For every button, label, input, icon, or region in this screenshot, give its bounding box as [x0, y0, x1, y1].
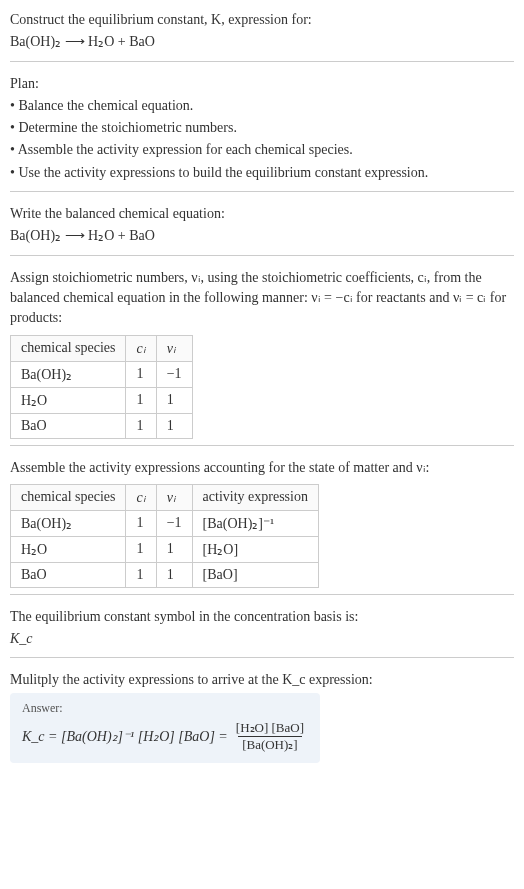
kc-symbol: K_c — [10, 629, 514, 649]
col-ci: cᵢ — [126, 484, 156, 510]
cell-species: H₂O — [11, 536, 126, 562]
cell-activity: [H₂O] — [192, 536, 318, 562]
cell-ci: 1 — [126, 387, 156, 413]
cell-activity: [BaO] — [192, 562, 318, 587]
table-row: Ba(OH)₂ 1 −1 [Ba(OH)₂]⁻¹ — [11, 510, 319, 536]
cell-vi: 1 — [156, 562, 192, 587]
table-row: BaO 1 1 [BaO] — [11, 562, 319, 587]
fraction-numerator: [H₂O] [BaO] — [232, 720, 308, 736]
stoich-table: chemical species cᵢ νᵢ Ba(OH)₂ 1 −1 H₂O … — [10, 335, 193, 439]
plan-bullet-1: • Balance the chemical equation. — [10, 96, 514, 116]
col-vi: νᵢ — [156, 484, 192, 510]
table-row: Ba(OH)₂ 1 −1 — [11, 361, 193, 387]
multiply-section: Mulitply the activity expressions to arr… — [10, 657, 514, 768]
cell-species: Ba(OH)₂ — [11, 510, 126, 536]
plan-bullet-2: • Determine the stoichiometric numbers. — [10, 118, 514, 138]
table-header-row: chemical species cᵢ νᵢ activity expressi… — [11, 484, 319, 510]
col-vi: νᵢ — [156, 335, 192, 361]
cell-vi: 1 — [156, 387, 192, 413]
answer-fraction: [H₂O] [BaO] [Ba(OH)₂] — [232, 720, 308, 753]
intro-section: Construct the equilibrium constant, K, e… — [10, 10, 514, 61]
balanced-equation: Ba(OH)₂ ⟶ H₂O + BaO — [10, 226, 514, 246]
assemble-text: Assemble the activity expressions accoun… — [10, 458, 514, 478]
cell-species: Ba(OH)₂ — [11, 361, 126, 387]
plan-bullet-4: • Use the activity expressions to build … — [10, 163, 514, 183]
cell-ci: 1 — [126, 510, 156, 536]
plan-section: Plan: • Balance the chemical equation. •… — [10, 61, 514, 191]
table-row: H₂O 1 1 — [11, 387, 193, 413]
intro-line1: Construct the equilibrium constant, K, e… — [10, 10, 514, 30]
intro-equation: Ba(OH)₂ ⟶ H₂O + BaO — [10, 32, 514, 52]
cell-vi: 1 — [156, 413, 192, 438]
col-activity: activity expression — [192, 484, 318, 510]
cell-species: H₂O — [11, 387, 126, 413]
assign-text: Assign stoichiometric numbers, νᵢ, using… — [10, 268, 514, 329]
cell-species: BaO — [11, 562, 126, 587]
table-row: BaO 1 1 — [11, 413, 193, 438]
multiply-text: Mulitply the activity expressions to arr… — [10, 670, 514, 690]
cell-species: BaO — [11, 413, 126, 438]
cell-ci: 1 — [126, 562, 156, 587]
answer-formula: K_c = [Ba(OH)₂]⁻¹ [H₂O] [BaO] = [H₂O] [B… — [22, 720, 308, 753]
balanced-line1: Write the balanced chemical equation: — [10, 204, 514, 224]
fraction-denominator: [Ba(OH)₂] — [238, 736, 302, 753]
assemble-section: Assemble the activity expressions accoun… — [10, 445, 514, 594]
plan-bullet-3: • Assemble the activity expression for e… — [10, 140, 514, 160]
col-species: chemical species — [11, 335, 126, 361]
answer-lhs: K_c = [Ba(OH)₂]⁻¹ [H₂O] [BaO] = — [22, 728, 228, 745]
symbol-section: The equilibrium constant symbol in the c… — [10, 594, 514, 658]
table-row: H₂O 1 1 [H₂O] — [11, 536, 319, 562]
symbol-line1: The equilibrium constant symbol in the c… — [10, 607, 514, 627]
cell-vi: −1 — [156, 361, 192, 387]
answer-label: Answer: — [22, 701, 308, 716]
answer-box: Answer: K_c = [Ba(OH)₂]⁻¹ [H₂O] [BaO] = … — [10, 693, 320, 763]
cell-vi: −1 — [156, 510, 192, 536]
activity-table: chemical species cᵢ νᵢ activity expressi… — [10, 484, 319, 588]
col-species: chemical species — [11, 484, 126, 510]
col-ci: cᵢ — [126, 335, 156, 361]
cell-vi: 1 — [156, 536, 192, 562]
cell-ci: 1 — [126, 413, 156, 438]
cell-ci: 1 — [126, 536, 156, 562]
plan-heading: Plan: — [10, 74, 514, 94]
balanced-section: Write the balanced chemical equation: Ba… — [10, 191, 514, 255]
cell-ci: 1 — [126, 361, 156, 387]
assign-section: Assign stoichiometric numbers, νᵢ, using… — [10, 255, 514, 445]
cell-activity: [Ba(OH)₂]⁻¹ — [192, 510, 318, 536]
table-header-row: chemical species cᵢ νᵢ — [11, 335, 193, 361]
